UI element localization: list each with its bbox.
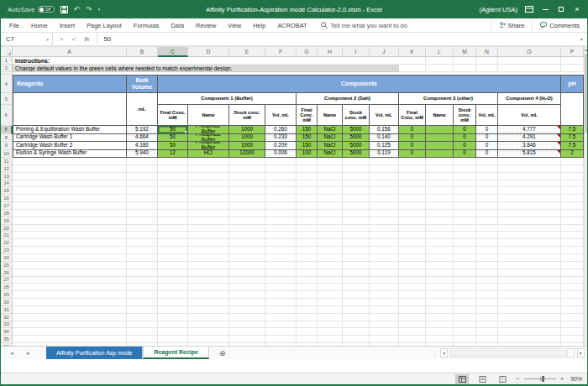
ribbon-tab-data[interactable]: Data [171, 22, 184, 29]
cell-J13[interactable] [370, 173, 399, 180]
cell-D14[interactable] [188, 180, 229, 188]
cell-C26[interactable] [158, 269, 188, 277]
cell-E17[interactable] [229, 202, 265, 210]
cell-O25[interactable] [498, 262, 561, 269]
cell-C21[interactable] [158, 232, 188, 239]
cell-L30[interactable] [426, 299, 454, 306]
zoom-level[interactable]: 90% [570, 376, 582, 382]
cell-D20[interactable] [188, 225, 229, 232]
cell-N14[interactable] [476, 180, 498, 188]
zoom-slider[interactable] [524, 378, 556, 379]
cell-C14[interactable] [158, 180, 188, 188]
cell-M2[interactable] [454, 65, 476, 72]
cell-C34[interactable] [158, 328, 188, 336]
cell-A30[interactable] [13, 299, 127, 306]
cell-J28[interactable] [370, 284, 399, 291]
cell-K2[interactable] [399, 65, 426, 72]
cell-P17[interactable] [561, 202, 584, 210]
cell-J8[interactable]: 0.140 [370, 134, 399, 143]
cell-F30[interactable] [265, 299, 297, 306]
cell-P19[interactable] [561, 217, 584, 225]
cell-J31[interactable] [370, 306, 399, 314]
cell-I7[interactable]: 5000 [343, 126, 370, 134]
cell-B9[interactable]: 4.180 [127, 142, 158, 150]
cell-F22[interactable] [265, 239, 297, 247]
cell-M23[interactable] [454, 247, 476, 254]
cell-I12[interactable] [343, 165, 370, 173]
cell-N13[interactable] [476, 173, 498, 180]
cell-E29[interactable] [229, 291, 265, 299]
cell-B8[interactable]: 4.664 [127, 134, 158, 143]
row-header-11[interactable]: 11 [1, 158, 13, 165]
cell-D28[interactable] [188, 284, 229, 291]
cell-C29[interactable] [158, 291, 188, 299]
cell-A21[interactable] [13, 232, 127, 239]
scroll-up-icon[interactable] [585, 47, 587, 52]
cell-H30[interactable] [318, 299, 343, 306]
cell-J27[interactable] [370, 277, 399, 284]
header-I6[interactable]: Stock conc. mM [343, 105, 370, 126]
cell-E20[interactable] [229, 225, 265, 232]
tab-splitter-handle[interactable]: ⋮ [432, 350, 438, 357]
cell-B15[interactable] [127, 187, 158, 195]
cell-N28[interactable] [476, 284, 498, 291]
cell-M14[interactable] [454, 180, 476, 188]
cell-N25[interactable] [476, 262, 498, 269]
cell-I18[interactable] [343, 210, 370, 217]
cell-G31[interactable] [297, 306, 318, 314]
cell-F11[interactable] [265, 158, 297, 165]
cell-C11[interactable] [158, 158, 188, 165]
cell-G21[interactable] [297, 232, 318, 239]
cell-O32[interactable] [498, 314, 561, 321]
cell-B32[interactable] [127, 314, 158, 321]
cell-E16[interactable] [229, 195, 265, 202]
cell-I32[interactable] [343, 314, 370, 321]
cell-M12[interactable] [454, 165, 476, 173]
cell-N22[interactable] [476, 239, 498, 247]
header-F6[interactable]: Vol, mL [265, 105, 297, 126]
cell-B27[interactable] [127, 277, 158, 284]
cell-J21[interactable] [370, 232, 399, 239]
cell-K18[interactable] [399, 210, 426, 217]
cell-G33[interactable] [297, 321, 318, 329]
cell-N2[interactable] [476, 65, 498, 72]
cell-F13[interactable] [265, 173, 297, 180]
cell-G32[interactable] [297, 314, 318, 321]
cell-A17[interactable] [13, 202, 127, 210]
cell-K30[interactable] [399, 299, 426, 306]
cell-N21[interactable] [476, 232, 498, 239]
row-header-29[interactable]: 29 [1, 291, 13, 299]
cell-D16[interactable] [188, 195, 229, 202]
column-header-K[interactable]: K [399, 47, 426, 57]
cell-A18[interactable] [13, 210, 127, 217]
cell-H16[interactable] [318, 195, 343, 202]
cell-H25[interactable] [318, 262, 343, 269]
cell-G29[interactable] [297, 291, 318, 299]
cell-K34[interactable] [399, 328, 426, 336]
column-header-D[interactable]: D [188, 47, 229, 57]
horizontal-scrollbar[interactable] [450, 348, 575, 357]
cell-G11[interactable] [297, 158, 318, 165]
cell-N12[interactable] [476, 165, 498, 173]
cell-D35[interactable] [188, 336, 229, 343]
insert-function-icon[interactable]: fx [84, 35, 89, 43]
cell-E11[interactable] [229, 158, 265, 165]
cell-L2[interactable] [426, 65, 454, 72]
row-header-10[interactable]: 10 [1, 150, 13, 159]
header-N6[interactable]: Vol, mL [476, 105, 498, 126]
cell-M29[interactable] [454, 291, 476, 299]
cell-P32[interactable] [561, 314, 584, 321]
cell-I15[interactable] [343, 187, 370, 195]
cell-B35[interactable] [127, 336, 158, 343]
cell-F24[interactable] [265, 254, 297, 262]
cell-F7[interactable]: 0.260 [265, 126, 297, 134]
cell-E34[interactable] [229, 328, 265, 336]
cell-G16[interactable] [297, 195, 318, 202]
cell-G35[interactable] [297, 336, 318, 343]
row-header-30[interactable]: 30 [1, 299, 13, 306]
cell-D9[interactable]: Phosphate Buffer [188, 142, 229, 150]
ribbon-tab-home[interactable]: Home [31, 22, 48, 29]
cell-C28[interactable] [158, 284, 188, 291]
column-header-A[interactable]: A [13, 47, 127, 57]
cell-A12[interactable] [13, 165, 127, 173]
